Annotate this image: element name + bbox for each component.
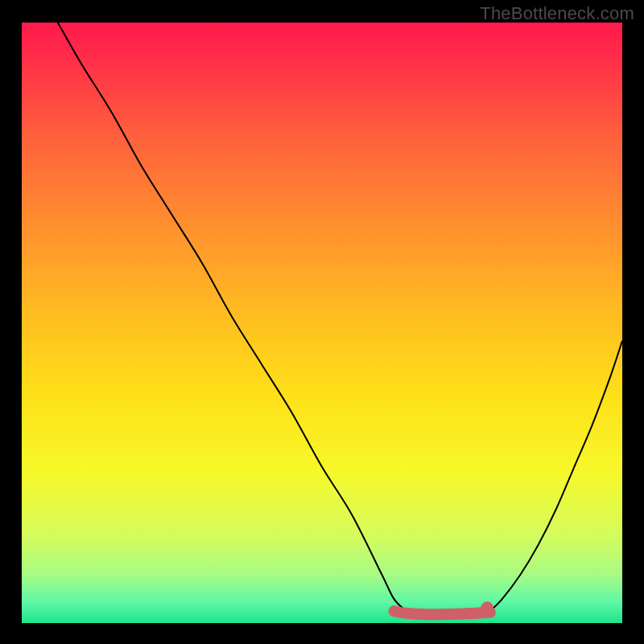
bottleneck-chart xyxy=(0,0,644,644)
watermark-text: TheBottleneck.com xyxy=(480,3,634,24)
sweet-spot-dot xyxy=(481,601,493,614)
sweet-spot-segment xyxy=(394,611,490,614)
chart-frame: TheBottleneck.com xyxy=(0,0,644,644)
